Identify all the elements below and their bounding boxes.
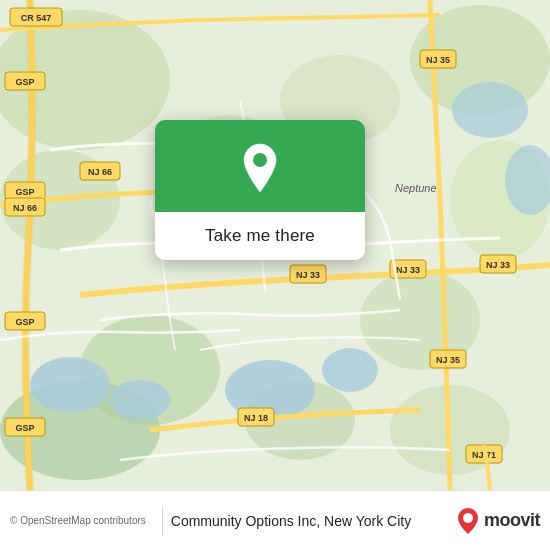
- bottom-bar: © OpenStreetMap contributors Community O…: [0, 490, 550, 550]
- svg-text:NJ 35: NJ 35: [426, 55, 450, 65]
- svg-text:NJ 66: NJ 66: [13, 203, 37, 213]
- svg-point-15: [322, 348, 378, 392]
- svg-point-13: [110, 380, 170, 420]
- take-me-there-button[interactable]: Take me there: [155, 212, 365, 260]
- svg-point-12: [30, 357, 110, 413]
- svg-text:GSP: GSP: [15, 317, 34, 327]
- map-container: GSP GSP GSP GSP NJ 35 NJ 35 CR 547 NJ 66…: [0, 0, 550, 490]
- bottom-divider: [162, 506, 163, 536]
- moovit-pin-icon: [455, 507, 481, 535]
- svg-text:NJ 35: NJ 35: [436, 355, 460, 365]
- popup-green-header: [155, 120, 365, 212]
- svg-text:CR 547: CR 547: [21, 13, 52, 23]
- svg-text:GSP: GSP: [15, 187, 34, 197]
- svg-text:NJ 33: NJ 33: [396, 265, 420, 275]
- popup-card: Take me there: [155, 120, 365, 260]
- svg-point-48: [253, 153, 267, 167]
- moovit-logo: moovit: [455, 507, 540, 535]
- svg-text:NJ 66: NJ 66: [88, 167, 112, 177]
- svg-text:NJ 18: NJ 18: [244, 413, 268, 423]
- svg-point-16: [452, 82, 528, 138]
- svg-point-49: [463, 513, 473, 523]
- location-pin-icon: [238, 142, 282, 194]
- osm-attribution: © OpenStreetMap contributors: [10, 515, 146, 526]
- location-info: Community Options Inc, New York City: [171, 513, 455, 529]
- svg-text:GSP: GSP: [15, 423, 34, 433]
- moovit-text: moovit: [484, 510, 540, 531]
- location-name: Community Options Inc, New York City: [171, 513, 455, 529]
- svg-text:Neptune: Neptune: [395, 182, 437, 194]
- svg-text:NJ 33: NJ 33: [296, 270, 320, 280]
- svg-text:NJ 33: NJ 33: [486, 260, 510, 270]
- svg-text:GSP: GSP: [15, 77, 34, 87]
